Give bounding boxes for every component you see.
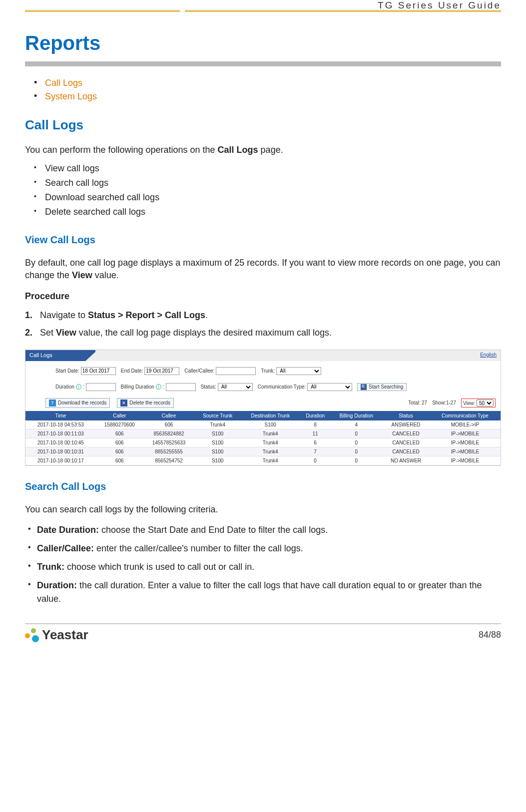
cell: 15880270600 (96, 420, 143, 429)
info-icon[interactable]: i (76, 384, 81, 390)
comm-type-label: Communication Type: (258, 384, 306, 390)
end-date-label: End Date: (121, 368, 143, 374)
cell: Trunk4 (241, 429, 300, 438)
cell: 2017-10-18 04:53:53 (25, 420, 96, 429)
end-date-input[interactable] (144, 367, 179, 375)
cell: 0 (331, 447, 383, 456)
screenshot-tabbar: Call Logs English (25, 350, 501, 361)
cell: 0 (331, 438, 383, 447)
text-bold: View (72, 270, 92, 280)
text: the call duration. Enter a value to filt… (37, 580, 482, 604)
subsection-view-call-logs: View Call Logs (25, 234, 501, 246)
cell: IP->MOBILE (430, 429, 501, 438)
cell: 8855255555 (143, 447, 195, 456)
cell: 0 (331, 429, 383, 438)
list-item: Download searched call logs (30, 190, 501, 205)
step-number: 2. (25, 326, 32, 340)
brand-logo: Yeastar (25, 627, 88, 643)
page-number: 84/88 (479, 630, 501, 640)
col-time: Time (25, 411, 96, 420)
cell: S100 (194, 456, 240, 465)
status-select[interactable]: All (218, 383, 253, 391)
button-label: Delete the records (129, 400, 170, 406)
download-records-button[interactable]: T Download the records (45, 398, 110, 408)
text: enter the caller/callee's number to filt… (94, 543, 303, 553)
search-icon: 🔍 (361, 384, 367, 390)
cell: S100 (194, 447, 240, 456)
list-item: Caller/Callee: enter the caller/callee's… (25, 539, 501, 558)
toc-link-system-logs[interactable]: System Logs (45, 91, 97, 101)
section-heading-call-logs: Call Logs (25, 117, 501, 133)
text: Navigate to (40, 310, 88, 320)
cell: IP->MOBILE (430, 447, 501, 456)
header-rule (25, 10, 501, 12)
billing-duration-input[interactable] (166, 383, 196, 391)
cell: S100 (194, 438, 240, 447)
start-date-input[interactable] (81, 367, 116, 375)
delete-icon: ✕ (120, 400, 127, 406)
cell: 8565254752 (143, 456, 195, 465)
cell: S100 (241, 420, 300, 429)
button-label: Download the records (58, 400, 106, 406)
table-row: 2017-10-18 00:10:45606145578525633S100Tr… (25, 438, 501, 447)
text: . (205, 310, 208, 320)
view-select[interactable]: 50 (477, 400, 494, 406)
table-row: 2017-10-18 00:10:176068565254752S100Trun… (25, 456, 501, 465)
duration-input[interactable] (86, 383, 116, 391)
logo-icon (25, 627, 41, 643)
info-icon[interactable]: i (156, 384, 161, 390)
text: choose which trunk is used to call out o… (64, 562, 254, 572)
subsection-search-call-logs: Search Call Logs (25, 481, 501, 492)
list-item: Delete searched call logs (30, 205, 501, 219)
start-searching-button[interactable]: 🔍 Start Searching (357, 383, 407, 391)
trunk-select[interactable]: All (276, 367, 321, 375)
text-bold: Date Duration: (37, 525, 99, 535)
text-bold: Status > Report > Call Logs (88, 310, 205, 320)
comm-type-select[interactable]: All (307, 383, 352, 391)
text-bold: Caller/Callee: (37, 543, 94, 553)
cell: CANCELED (382, 438, 430, 447)
page-title: Reports (25, 32, 501, 54)
cell: Trunk4 (241, 456, 300, 465)
toc-link-call-logs[interactable]: Call Logs (45, 78, 82, 88)
tab-call-logs[interactable]: Call Logs (29, 352, 52, 358)
colon: : (163, 384, 164, 390)
cell: 8 (300, 420, 331, 429)
cell: IP->MOBILE (430, 456, 501, 465)
search-intro: You can search call logs by the followin… (25, 503, 501, 516)
col-status: Status (382, 411, 430, 420)
button-label: Start Searching (369, 384, 403, 390)
status-label: Status: (201, 384, 216, 390)
list-item: Duration: the call duration. Enter a val… (25, 576, 501, 608)
cell: MOBILE->IP (430, 420, 501, 429)
cell: 606 (96, 456, 143, 465)
cell: 2017-10-18 00:10:45 (25, 438, 96, 447)
list-item: Trunk: choose which trunk is used to cal… (25, 558, 501, 576)
cell: ANSWERED (382, 420, 430, 429)
table-row: 2017-10-18 00:10:316068855255555S100Trun… (25, 447, 501, 456)
list-item: View call logs (30, 161, 501, 176)
cell: NO ANSWER (382, 456, 430, 465)
text-bold: Duration: (37, 580, 77, 590)
col-duration: Duration (300, 411, 331, 420)
col-comm-type: Communication Type (430, 411, 501, 420)
list-item: Search call logs (30, 176, 501, 190)
caller-callee-label: Caller/Callee: (184, 368, 214, 374)
delete-records-button[interactable]: ✕ Delete the records (117, 398, 174, 408)
view-paragraph: By default, one call log page displays a… (25, 257, 501, 282)
text: page. (258, 145, 283, 155)
cell: 0 (331, 456, 383, 465)
step: 2. Set View value, the call log page dis… (25, 324, 501, 342)
col-source-trunk: Source Trunk (194, 411, 240, 420)
language-link[interactable]: English (480, 352, 497, 358)
cell: 606 (96, 429, 143, 438)
text: Set (40, 328, 56, 338)
cell: IP->MOBILE (430, 438, 501, 447)
operations-list: View call logs Search call logs Download… (25, 161, 501, 219)
cell: 4 (331, 420, 383, 429)
filter-bar: Start Date: End Date: Caller/Callee: Tru… (25, 361, 501, 395)
col-dest-trunk: Destination Trunk (241, 411, 300, 420)
caller-callee-input[interactable] (216, 367, 256, 375)
table-row: 2017-10-18 00:11:0360685635824882S100Tru… (25, 429, 501, 438)
cell: S100 (194, 429, 240, 438)
